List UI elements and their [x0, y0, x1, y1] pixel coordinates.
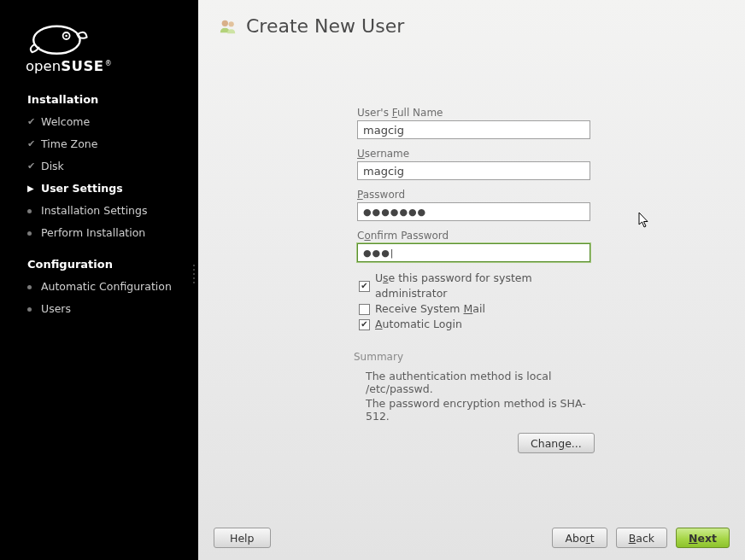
- bullet-icon: [27, 307, 41, 312]
- main-content: Create New User User's Full Name Usernam…: [198, 0, 745, 560]
- nav-label: Perform Installation: [41, 225, 145, 241]
- back-button[interactable]: Back: [616, 528, 667, 548]
- nav-label: Users: [41, 301, 71, 317]
- nav-user-settings[interactable]: ▶ User Settings: [0, 178, 198, 200]
- brand-trademark: ®: [105, 60, 112, 67]
- username-label: Username: [357, 148, 605, 160]
- checkbox-autologin-label: Automatic Login: [375, 317, 462, 332]
- brand-text: openSUSE®: [26, 58, 198, 74]
- bullet-icon: [27, 231, 41, 236]
- nav-welcome[interactable]: ✔ Welcome: [0, 111, 198, 133]
- check-icon: ✔: [27, 137, 41, 152]
- checkbox-sysadmin-label: Use this password for system administrat…: [375, 271, 605, 301]
- nav-perform-installation[interactable]: Perform Installation: [0, 222, 198, 244]
- checkbox-autologin-row[interactable]: Automatic Login: [359, 317, 605, 332]
- fullname-label: User's Full Name: [357, 107, 605, 119]
- users-icon: [219, 17, 238, 36]
- sidebar: openSUSE® Installation ✔ Welcome ✔ Time …: [0, 0, 198, 560]
- footer-bar: Help Abort Back Next: [198, 516, 745, 560]
- confirm-password-label: Confirm Password: [357, 230, 605, 242]
- nav-label: Installation Settings: [41, 203, 147, 219]
- cursor-icon: [638, 212, 650, 229]
- password-input[interactable]: ●●●●●●●: [357, 202, 590, 221]
- arrow-right-icon: ▶: [27, 181, 41, 196]
- nav-label: Disk: [41, 159, 64, 174]
- logo-area: openSUSE®: [0, 15, 198, 79]
- abort-button[interactable]: Abort: [552, 528, 607, 548]
- bullet-icon: [27, 285, 41, 289]
- confirm-password-input[interactable]: ●●●|: [357, 243, 590, 262]
- check-icon: ✔: [27, 159, 41, 174]
- brand-suse: SUSE: [61, 58, 103, 74]
- checkbox-mail-label: Receive System Mail: [375, 301, 485, 317]
- nav-disk[interactable]: ✔ Disk: [0, 155, 198, 178]
- help-button[interactable]: Help: [214, 528, 271, 548]
- fullname-input[interactable]: [357, 120, 590, 139]
- svg-point-4: [229, 21, 234, 26]
- nav-label: Automatic Configuration: [41, 279, 172, 295]
- nav-installation-settings[interactable]: Installation Settings: [0, 200, 198, 222]
- nav-automatic-configuration[interactable]: Automatic Configuration: [0, 276, 198, 298]
- user-form: User's Full Name Username Password ●●●●●…: [357, 107, 605, 453]
- splitter-handle[interactable]: [193, 265, 195, 283]
- section-installation-title: Installation: [0, 79, 198, 111]
- svg-point-0: [33, 26, 79, 54]
- checkbox-mail-row[interactable]: Receive System Mail: [359, 301, 605, 317]
- summary-encryption-line: The password encryption method is SHA-51…: [366, 397, 605, 423]
- page-title: Create New User: [246, 15, 404, 37]
- summary-auth-line: The authentication method is local /etc/…: [366, 370, 605, 395]
- summary-label: Summary: [354, 351, 605, 363]
- checkbox-mail[interactable]: [359, 304, 370, 315]
- nav-label: Time Zone: [41, 137, 97, 152]
- nav-label: Welcome: [41, 114, 90, 130]
- section-configuration-title: Configuration: [0, 244, 198, 276]
- change-button[interactable]: Change...: [518, 433, 595, 453]
- svg-point-3: [222, 20, 228, 26]
- page-title-row: Create New User: [219, 15, 724, 37]
- check-icon: ✔: [27, 114, 41, 130]
- password-label: Password: [357, 189, 605, 201]
- nav-label: User Settings: [41, 181, 123, 196]
- next-button[interactable]: Next: [676, 528, 730, 548]
- checkbox-sysadmin-row[interactable]: Use this password for system administrat…: [359, 271, 605, 301]
- bullet-icon: [27, 209, 41, 213]
- opensuse-logo-icon: [24, 15, 92, 56]
- nav-timezone[interactable]: ✔ Time Zone: [0, 133, 198, 155]
- svg-point-2: [65, 35, 67, 38]
- nav-users[interactable]: Users: [0, 298, 198, 320]
- checkbox-autologin[interactable]: [359, 319, 370, 330]
- brand-open: open: [26, 58, 61, 74]
- username-input[interactable]: [357, 161, 590, 180]
- checkbox-sysadmin[interactable]: [359, 281, 370, 292]
